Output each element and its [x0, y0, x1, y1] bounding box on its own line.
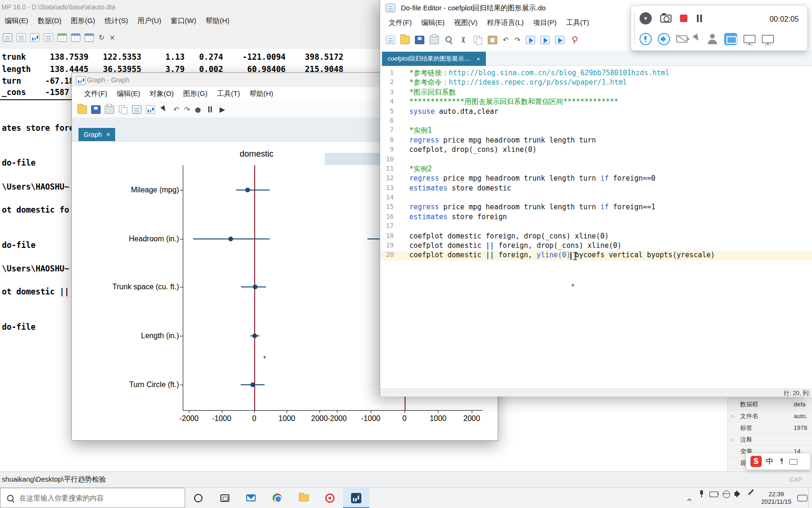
microphone-icon[interactable] — [640, 33, 652, 45]
code-line-14[interactable] — [409, 193, 812, 203]
editor-menu-f[interactable]: 文件(F) — [384, 16, 416, 29]
speaker-icon[interactable] — [658, 33, 670, 45]
chevron-icon[interactable]: ^ — [683, 492, 695, 508]
code-line-19[interactable]: coefplot domestic || foreign, drop(_cons… — [409, 241, 812, 251]
code-line-1[interactable]: *参考链接：http://blog.sina.com.cn/s/blog_629… — [409, 69, 812, 78]
print-icon[interactable] — [429, 36, 439, 44]
copy-icon[interactable] — [118, 105, 128, 114]
network-icon[interactable] — [720, 484, 732, 504]
volume-icon[interactable] — [732, 484, 744, 504]
pen-icon[interactable] — [744, 484, 757, 504]
editor-menu-v[interactable]: 视图(V) — [449, 16, 482, 29]
code-line-8[interactable]: regress price mpg headroom trunk length … — [409, 136, 812, 145]
graph-menu-h[interactable]: 帮助(H) — [245, 87, 278, 101]
code-line-16[interactable]: estimates store foreign — [409, 213, 812, 222]
code-line-13[interactable]: estimates store domestic — [409, 184, 812, 193]
stata-menu-u[interactable]: 用户(U) — [133, 14, 166, 27]
input-mode-chinese[interactable]: 中 — [766, 457, 773, 467]
screenshot-icon[interactable] — [660, 15, 671, 23]
expand-arrow-icon[interactable]: ▷ — [731, 410, 735, 422]
code-line-10[interactable] — [409, 155, 812, 165]
dropdown-caret-icon[interactable]: ▾ — [262, 353, 267, 361]
drag-handle[interactable] — [634, 12, 636, 44]
dropdown-caret-icon[interactable]: ▾ — [570, 281, 575, 289]
save-icon[interactable] — [91, 105, 101, 114]
presenter-icon[interactable] — [707, 34, 718, 44]
battery-icon[interactable] — [708, 484, 720, 504]
code-line-6[interactable] — [409, 117, 812, 126]
expand-arrow-icon[interactable]: ▷ — [731, 434, 735, 445]
data-editor-icon[interactable] — [57, 33, 67, 42]
taskbar-clock[interactable]: 22:39 2021/11/15 — [757, 491, 796, 506]
soft-keyboard-icon[interactable] — [789, 457, 797, 466]
code-line-4[interactable]: *************用图去展示回归系数和置信区间************* — [409, 97, 812, 107]
sogou-logo[interactable]: S — [750, 456, 762, 467]
translate-icon[interactable] — [570, 36, 579, 44]
copy-icon[interactable] — [473, 36, 483, 44]
taskbar-app-screen-recorder[interactable] — [317, 488, 343, 508]
open-icon[interactable] — [400, 36, 410, 44]
mic-icon[interactable] — [695, 484, 708, 504]
graph-menu-g[interactable]: 图形(G) — [179, 87, 212, 101]
tab-dofile[interactable]: coefplot回归结果的图形展示.... × — [382, 52, 486, 66]
find-icon[interactable] — [444, 36, 453, 44]
paste-icon[interactable] — [488, 36, 497, 44]
region-capture-icon[interactable] — [724, 33, 737, 45]
code-line-3[interactable]: *图示回归系数 — [409, 88, 812, 97]
stata-menu-e[interactable]: 编辑(E) — [0, 14, 33, 27]
collapse-icon[interactable]: ▾ — [640, 12, 652, 24]
stata-menu-d[interactable]: 数据(D) — [33, 14, 66, 27]
clear-more-icon[interactable]: ↻ — [98, 33, 105, 42]
code-line-15[interactable]: regress price mpg headroom trunk length … — [409, 203, 812, 212]
viewer-icon[interactable] — [16, 33, 26, 42]
code-line-2[interactable]: *参考命令：http://ideas.repec.org/p/bss/wpape… — [409, 78, 812, 87]
code-line-7[interactable]: *实例1 — [409, 126, 812, 135]
undo-icon[interactable]: ↶ — [502, 36, 509, 44]
run-quietly-icon[interactable] — [540, 36, 550, 44]
tab-graph[interactable]: Graph × — [78, 128, 115, 141]
editor-menu-e[interactable]: 编辑(E) — [416, 16, 449, 29]
run-include-icon[interactable] — [555, 36, 564, 44]
voice-input-icon[interactable] — [778, 457, 785, 466]
new-file-icon[interactable] — [386, 36, 395, 44]
taskbar-app-file-explorer[interactable] — [290, 488, 317, 508]
stata-menu-g[interactable]: 图形(G) — [66, 14, 100, 27]
code-line-20[interactable]: coefplot domestic || foreign, yline(0) b… — [380, 251, 812, 260]
taskbar-app-cortana[interactable] — [185, 488, 211, 508]
log-icon[interactable] — [3, 33, 12, 42]
print-icon[interactable] — [105, 105, 114, 114]
taskbar-app-task-view[interactable] — [211, 488, 238, 508]
graph-menu-o[interactable]: 对象(O) — [145, 87, 179, 101]
code-editor[interactable]: 1234567891011121314151617181920 *参考链接：ht… — [380, 66, 812, 389]
cursor-capture-icon[interactable] — [694, 34, 701, 44]
break-icon[interactable]: × — [109, 33, 116, 42]
data-browser-icon[interactable] — [71, 33, 80, 42]
play-icon[interactable]: ▶ — [219, 105, 226, 114]
open-icon[interactable] — [78, 105, 87, 114]
touch-keyboard-icon[interactable] — [796, 488, 808, 508]
editor-menu-l[interactable]: 程序语言(L) — [482, 16, 528, 29]
undo-icon[interactable]: ↶ — [173, 105, 180, 114]
webcam-off-icon[interactable] — [676, 35, 687, 43]
redo-icon[interactable]: ↷ — [184, 105, 190, 114]
export-icon[interactable] — [132, 105, 141, 114]
graph-menu-f[interactable]: 文件(F) — [79, 87, 112, 101]
taskbar-app-stata[interactable] — [343, 488, 369, 508]
window-capture-icon[interactable] — [762, 35, 774, 43]
graph-icon[interactable] — [30, 33, 39, 42]
taskbar-search[interactable] — [0, 488, 185, 508]
stata-menu-h[interactable]: 帮助(H) — [201, 14, 234, 27]
redo-icon[interactable]: ↷ — [514, 36, 521, 44]
code-line-18[interactable]: coefplot domestic foreign, drop(_cons) x… — [409, 232, 812, 241]
pointer-icon[interactable] — [159, 105, 169, 114]
record-icon[interactable]: ● — [195, 105, 201, 114]
pause-icon[interactable] — [696, 15, 703, 22]
monitor-icon[interactable] — [743, 35, 756, 43]
dofile-editor-icon[interactable] — [44, 33, 53, 42]
code-line-17[interactable] — [409, 222, 812, 231]
stata-menu-w[interactable]: 窗口(W) — [166, 14, 201, 27]
pause-icon[interactable] — [205, 105, 215, 114]
run-dofile-icon[interactable] — [526, 36, 535, 44]
code-line-5[interactable]: sysuse auto.dta,clear — [409, 107, 812, 117]
editor-menu-t[interactable]: 工具(T) — [562, 16, 594, 29]
